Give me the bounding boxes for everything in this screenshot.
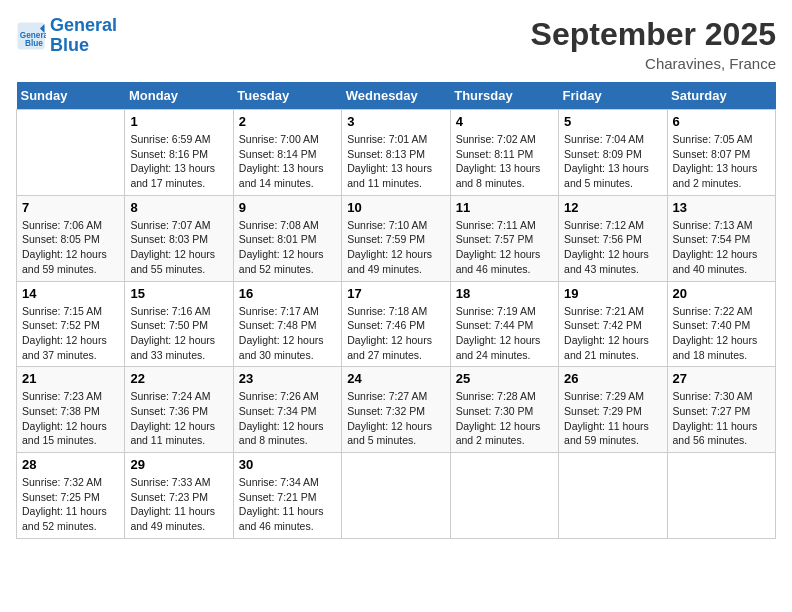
day-info: Sunrise: 7:04 AM Sunset: 8:09 PM Dayligh… [564,132,661,191]
day-number: 28 [22,457,119,472]
calendar-cell: 10Sunrise: 7:10 AM Sunset: 7:59 PM Dayli… [342,195,450,281]
calendar-cell: 5Sunrise: 7:04 AM Sunset: 8:09 PM Daylig… [559,110,667,196]
day-info: Sunrise: 7:27 AM Sunset: 7:32 PM Dayligh… [347,389,444,448]
day-info: Sunrise: 7:30 AM Sunset: 7:27 PM Dayligh… [673,389,770,448]
calendar-cell: 29Sunrise: 7:33 AM Sunset: 7:23 PM Dayli… [125,453,233,539]
month-title: September 2025 [531,16,776,53]
day-number: 27 [673,371,770,386]
calendar-cell: 23Sunrise: 7:26 AM Sunset: 7:34 PM Dayli… [233,367,341,453]
week-row-1: 1Sunrise: 6:59 AM Sunset: 8:16 PM Daylig… [17,110,776,196]
day-number: 8 [130,200,227,215]
weekday-header-row: SundayMondayTuesdayWednesdayThursdayFrid… [17,82,776,110]
week-row-5: 28Sunrise: 7:32 AM Sunset: 7:25 PM Dayli… [17,453,776,539]
day-info: Sunrise: 7:34 AM Sunset: 7:21 PM Dayligh… [239,475,336,534]
day-number: 5 [564,114,661,129]
day-number: 22 [130,371,227,386]
day-info: Sunrise: 7:15 AM Sunset: 7:52 PM Dayligh… [22,304,119,363]
calendar-cell [17,110,125,196]
day-info: Sunrise: 7:33 AM Sunset: 7:23 PM Dayligh… [130,475,227,534]
weekday-header-tuesday: Tuesday [233,82,341,110]
day-info: Sunrise: 7:32 AM Sunset: 7:25 PM Dayligh… [22,475,119,534]
day-number: 25 [456,371,553,386]
day-number: 23 [239,371,336,386]
day-info: Sunrise: 7:12 AM Sunset: 7:56 PM Dayligh… [564,218,661,277]
location-title: Charavines, France [531,55,776,72]
weekday-header-saturday: Saturday [667,82,775,110]
day-number: 11 [456,200,553,215]
calendar-cell: 4Sunrise: 7:02 AM Sunset: 8:11 PM Daylig… [450,110,558,196]
day-info: Sunrise: 7:17 AM Sunset: 7:48 PM Dayligh… [239,304,336,363]
day-number: 13 [673,200,770,215]
day-number: 14 [22,286,119,301]
day-number: 18 [456,286,553,301]
calendar-cell: 3Sunrise: 7:01 AM Sunset: 8:13 PM Daylig… [342,110,450,196]
calendar-table: SundayMondayTuesdayWednesdayThursdayFrid… [16,82,776,539]
day-number: 3 [347,114,444,129]
day-number: 26 [564,371,661,386]
day-number: 1 [130,114,227,129]
week-row-2: 7Sunrise: 7:06 AM Sunset: 8:05 PM Daylig… [17,195,776,281]
day-info: Sunrise: 7:01 AM Sunset: 8:13 PM Dayligh… [347,132,444,191]
day-number: 2 [239,114,336,129]
header: General Blue General Blue September 2025… [16,16,776,72]
week-row-4: 21Sunrise: 7:23 AM Sunset: 7:38 PM Dayli… [17,367,776,453]
calendar-cell [450,453,558,539]
day-info: Sunrise: 7:13 AM Sunset: 7:54 PM Dayligh… [673,218,770,277]
day-number: 30 [239,457,336,472]
day-info: Sunrise: 7:07 AM Sunset: 8:03 PM Dayligh… [130,218,227,277]
weekday-header-thursday: Thursday [450,82,558,110]
day-number: 10 [347,200,444,215]
weekday-header-friday: Friday [559,82,667,110]
day-number: 7 [22,200,119,215]
week-row-3: 14Sunrise: 7:15 AM Sunset: 7:52 PM Dayli… [17,281,776,367]
day-number: 9 [239,200,336,215]
calendar-cell [342,453,450,539]
logo: General Blue General Blue [16,16,117,56]
day-info: Sunrise: 7:18 AM Sunset: 7:46 PM Dayligh… [347,304,444,363]
calendar-cell: 21Sunrise: 7:23 AM Sunset: 7:38 PM Dayli… [17,367,125,453]
calendar-cell: 13Sunrise: 7:13 AM Sunset: 7:54 PM Dayli… [667,195,775,281]
calendar-cell: 12Sunrise: 7:12 AM Sunset: 7:56 PM Dayli… [559,195,667,281]
day-number: 12 [564,200,661,215]
calendar-cell: 15Sunrise: 7:16 AM Sunset: 7:50 PM Dayli… [125,281,233,367]
day-info: Sunrise: 7:05 AM Sunset: 8:07 PM Dayligh… [673,132,770,191]
day-info: Sunrise: 7:11 AM Sunset: 7:57 PM Dayligh… [456,218,553,277]
calendar-cell: 22Sunrise: 7:24 AM Sunset: 7:36 PM Dayli… [125,367,233,453]
calendar-cell: 14Sunrise: 7:15 AM Sunset: 7:52 PM Dayli… [17,281,125,367]
calendar-cell: 17Sunrise: 7:18 AM Sunset: 7:46 PM Dayli… [342,281,450,367]
calendar-cell: 25Sunrise: 7:28 AM Sunset: 7:30 PM Dayli… [450,367,558,453]
logo-icon: General Blue [16,21,46,51]
calendar-cell: 11Sunrise: 7:11 AM Sunset: 7:57 PM Dayli… [450,195,558,281]
svg-text:Blue: Blue [25,39,43,48]
calendar-cell: 27Sunrise: 7:30 AM Sunset: 7:27 PM Dayli… [667,367,775,453]
calendar-cell: 6Sunrise: 7:05 AM Sunset: 8:07 PM Daylig… [667,110,775,196]
day-info: Sunrise: 7:28 AM Sunset: 7:30 PM Dayligh… [456,389,553,448]
day-number: 21 [22,371,119,386]
calendar-cell [559,453,667,539]
day-info: Sunrise: 7:24 AM Sunset: 7:36 PM Dayligh… [130,389,227,448]
day-number: 17 [347,286,444,301]
calendar-cell: 26Sunrise: 7:29 AM Sunset: 7:29 PM Dayli… [559,367,667,453]
day-info: Sunrise: 7:08 AM Sunset: 8:01 PM Dayligh… [239,218,336,277]
day-info: Sunrise: 7:02 AM Sunset: 8:11 PM Dayligh… [456,132,553,191]
day-number: 20 [673,286,770,301]
day-number: 24 [347,371,444,386]
calendar-cell: 20Sunrise: 7:22 AM Sunset: 7:40 PM Dayli… [667,281,775,367]
calendar-cell: 28Sunrise: 7:32 AM Sunset: 7:25 PM Dayli… [17,453,125,539]
calendar-cell: 16Sunrise: 7:17 AM Sunset: 7:48 PM Dayli… [233,281,341,367]
calendar-cell: 9Sunrise: 7:08 AM Sunset: 8:01 PM Daylig… [233,195,341,281]
calendar-cell: 18Sunrise: 7:19 AM Sunset: 7:44 PM Dayli… [450,281,558,367]
day-info: Sunrise: 6:59 AM Sunset: 8:16 PM Dayligh… [130,132,227,191]
day-number: 6 [673,114,770,129]
day-info: Sunrise: 7:00 AM Sunset: 8:14 PM Dayligh… [239,132,336,191]
day-info: Sunrise: 7:21 AM Sunset: 7:42 PM Dayligh… [564,304,661,363]
day-number: 29 [130,457,227,472]
day-number: 4 [456,114,553,129]
calendar-cell: 30Sunrise: 7:34 AM Sunset: 7:21 PM Dayli… [233,453,341,539]
calendar-cell [667,453,775,539]
day-info: Sunrise: 7:22 AM Sunset: 7:40 PM Dayligh… [673,304,770,363]
calendar-cell: 8Sunrise: 7:07 AM Sunset: 8:03 PM Daylig… [125,195,233,281]
logo-text: General Blue [50,16,117,56]
calendar-cell: 7Sunrise: 7:06 AM Sunset: 8:05 PM Daylig… [17,195,125,281]
day-number: 15 [130,286,227,301]
